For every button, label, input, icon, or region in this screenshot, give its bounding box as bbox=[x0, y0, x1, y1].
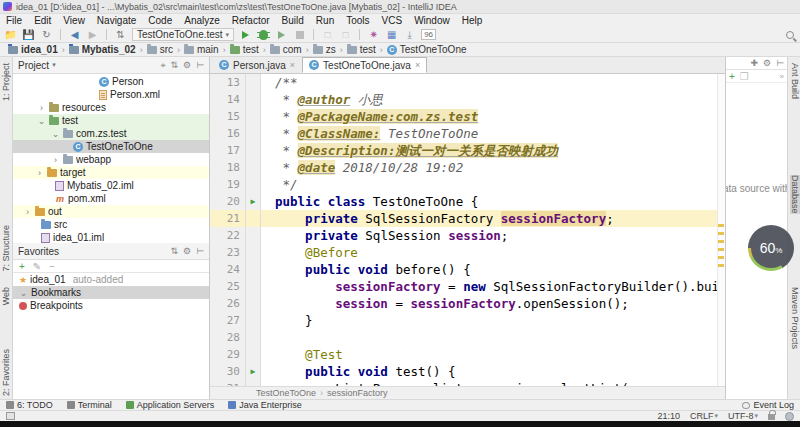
coverage-icon[interactable] bbox=[275, 28, 288, 41]
hide-panel-icon[interactable]: ⊢ bbox=[196, 60, 204, 71]
breadcrumb-member[interactable]: sessionFactory bbox=[327, 388, 388, 398]
search-everywhere-icon[interactable] bbox=[783, 28, 796, 41]
project-panel-title[interactable]: Project bbox=[18, 60, 49, 71]
menu-item-code[interactable]: Code bbox=[142, 15, 178, 26]
more-icon[interactable]: » bbox=[780, 72, 784, 81]
breadcrumb-item[interactable]: main bbox=[182, 44, 221, 55]
breadcrumb-item[interactable]: test bbox=[228, 44, 261, 55]
caret-position[interactable]: 21:10 bbox=[657, 411, 680, 421]
back-icon[interactable]: ◀ bbox=[68, 28, 81, 41]
grid-icon[interactable]: ▦ bbox=[385, 28, 398, 41]
tree-item-person-xml[interactable]: Person.xml bbox=[13, 88, 209, 101]
run-gutter-icon[interactable]: ▶ bbox=[246, 363, 261, 380]
tree-item-out[interactable]: ›out bbox=[13, 205, 209, 218]
menu-item-help[interactable]: Help bbox=[456, 15, 489, 26]
menu-item-run[interactable]: Run bbox=[310, 15, 340, 26]
favorites-item-idea_01[interactable]: ★idea_01auto-added bbox=[13, 273, 209, 286]
menu-item-vcs[interactable]: VCS bbox=[376, 15, 409, 26]
favorites-item-breakpoints[interactable]: Breakpoints bbox=[13, 299, 209, 312]
stripe-tab-1-project[interactable]: 1: Project bbox=[1, 63, 11, 101]
editor-scrollbar[interactable] bbox=[717, 74, 725, 386]
close-icon[interactable]: × bbox=[415, 60, 420, 70]
menu-item-navigate[interactable]: Navigate bbox=[91, 15, 142, 26]
hector-inspections-icon[interactable] bbox=[785, 412, 794, 421]
line-ending-select[interactable]: CRLF▾ bbox=[690, 411, 718, 421]
stripe-tab-ant-build[interactable]: Ant Build bbox=[790, 63, 800, 99]
close-icon[interactable]: × bbox=[290, 60, 295, 70]
hide-panel-icon[interactable]: ⊢ bbox=[776, 58, 784, 68]
tree-item-testonetoone[interactable]: CTestOneToOne bbox=[13, 140, 209, 153]
toolwindow-tab-6-todo[interactable]: 6: TODO bbox=[6, 400, 53, 410]
stop-icon[interactable] bbox=[293, 28, 306, 41]
run-icon[interactable] bbox=[239, 28, 252, 41]
tree-item-src[interactable]: src bbox=[13, 218, 209, 231]
memory-indicator[interactable]: 96 bbox=[421, 29, 436, 40]
profile-icon[interactable]: □ bbox=[339, 28, 352, 41]
tree-item-person[interactable]: CPerson bbox=[13, 75, 209, 88]
add-favorite-icon[interactable]: + bbox=[19, 261, 25, 272]
breadcrumb-item[interactable]: Mybatis_02 bbox=[67, 44, 138, 55]
menu-item-file[interactable]: File bbox=[0, 15, 28, 26]
locate-icon[interactable]: ⌖ bbox=[160, 60, 165, 71]
breadcrumb-item[interactable]: zs bbox=[311, 44, 338, 55]
tree-item-com-zs-test[interactable]: ⌄com.zs.test bbox=[13, 127, 209, 140]
favorites-item-bookmarks[interactable]: ⌄Bookmarks bbox=[13, 286, 209, 299]
sync-icon[interactable]: ↻ bbox=[40, 28, 53, 41]
tree-item-mybatis_02-iml[interactable]: Mybatis_02.iml bbox=[13, 179, 209, 192]
tree-item-pom-xml[interactable]: mpom.xml bbox=[13, 192, 209, 205]
tree-chevron-icon[interactable]: ⌄ bbox=[19, 288, 28, 298]
plugin-icon[interactable]: ✷ bbox=[367, 28, 380, 41]
menu-item-edit[interactable]: Edit bbox=[28, 15, 57, 26]
chevron-down-icon[interactable]: ▾ bbox=[52, 61, 56, 69]
menu-item-tools[interactable]: Tools bbox=[340, 15, 375, 26]
hide-panel-icon[interactable]: ⊢ bbox=[196, 246, 204, 256]
tree-chevron-icon[interactable]: › bbox=[35, 168, 44, 178]
tree-chevron-icon[interactable]: ⌄ bbox=[37, 116, 46, 126]
menu-item-analyze[interactable]: Analyze bbox=[178, 15, 226, 26]
forward-icon[interactable]: ▶ bbox=[86, 28, 99, 41]
save-icon[interactable]: 💾 bbox=[22, 28, 35, 41]
tree-chevron-icon[interactable]: ⌄ bbox=[51, 129, 60, 139]
tree-item-idea_01-iml[interactable]: idea_01.iml bbox=[13, 231, 209, 243]
breadcrumb-item[interactable]: src bbox=[145, 44, 175, 55]
breadcrumb-class[interactable]: TestOneToOne bbox=[256, 388, 316, 398]
stripe-tab-maven-projects[interactable]: Maven Projects bbox=[790, 287, 800, 349]
toolwindow-tab-terminal[interactable]: Terminal bbox=[67, 400, 112, 410]
breadcrumb-item[interactable]: test bbox=[345, 44, 378, 55]
tree-item-webapp[interactable]: ›webapp bbox=[13, 153, 209, 166]
remove-favorite-icon[interactable]: − bbox=[49, 261, 55, 272]
edit-favorite-icon[interactable]: ✎ bbox=[33, 261, 41, 272]
stripe-tab-7-structure[interactable]: 7: Structure bbox=[1, 225, 11, 272]
lock-icon[interactable] bbox=[768, 414, 775, 420]
run-configuration-select[interactable]: TestOneToOne.test▾ bbox=[132, 28, 234, 41]
breadcrumb-item[interactable]: CTestOneToOne bbox=[385, 44, 469, 55]
stripe-tab-database[interactable]: Database bbox=[790, 175, 800, 214]
toolwindow-tab-java-enterprise[interactable]: Java Enterprise bbox=[228, 400, 302, 410]
add-data-source-icon[interactable]: + bbox=[729, 71, 735, 82]
gear-icon[interactable]: ⚙ bbox=[183, 246, 191, 256]
stripe-tab-2-favorites[interactable]: 2: Favorites bbox=[1, 349, 11, 396]
event-log-button[interactable]: Event Log bbox=[742, 400, 794, 410]
tab-testonetoone-java[interactable]: CTestOneToOne.java× bbox=[302, 57, 427, 73]
commit-icon[interactable]: ⤓ bbox=[403, 28, 416, 41]
attach-icon[interactable]: □ bbox=[321, 28, 334, 41]
tree-item-target[interactable]: ›target bbox=[13, 166, 209, 179]
tree-chevron-icon[interactable]: › bbox=[37, 103, 46, 113]
gear-icon[interactable]: ⚙ bbox=[183, 60, 191, 71]
tree-chevron-icon[interactable]: › bbox=[23, 207, 32, 217]
locate-icon[interactable]: ✚ bbox=[751, 58, 759, 68]
tree-item-resources[interactable]: ›resources bbox=[13, 101, 209, 114]
run-gutter-icon[interactable]: ▶ bbox=[246, 193, 261, 210]
debug-icon[interactable] bbox=[257, 28, 270, 41]
tree-chevron-icon[interactable]: › bbox=[51, 155, 60, 165]
favorites-panel-title[interactable]: Favorites bbox=[18, 246, 59, 257]
breadcrumb-item[interactable]: com bbox=[268, 44, 304, 55]
menu-item-refactor[interactable]: Refactor bbox=[226, 15, 276, 26]
encoding-select[interactable]: UTF-8▾ bbox=[728, 411, 758, 421]
updown-icon[interactable]: ⇅ bbox=[114, 28, 127, 41]
toolwindow-switcher-icon[interactable] bbox=[6, 412, 15, 420]
tab-person-java[interactable]: CPerson.java× bbox=[212, 57, 302, 73]
open-icon[interactable]: 📁 bbox=[4, 28, 17, 41]
copy-icon[interactable]: ❐ bbox=[740, 71, 749, 82]
locate-icon[interactable]: ⇅ bbox=[171, 246, 179, 256]
